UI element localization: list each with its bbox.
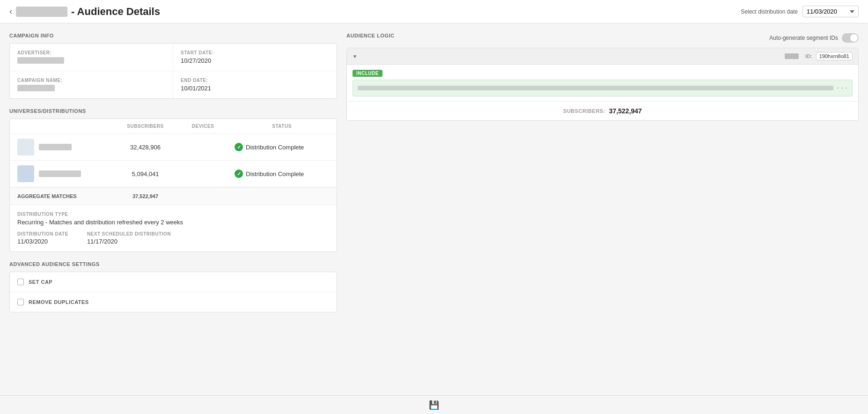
start-date-cell: START DATE: 10/27/2020 <box>173 44 337 71</box>
aggregate-devices <box>179 187 227 205</box>
table-row: 5,094,041 Distribution Complete <box>10 161 337 188</box>
end-date-value: 10/01/2021 <box>181 85 329 92</box>
devices-1 <box>179 134 227 161</box>
campaign-name-cell: CAMPAIGN NAME: <box>10 71 173 98</box>
id-value: 190hxrn8o81 <box>816 52 853 60</box>
aggregate-row: AGGREGATE MATCHES 37,522,947 <box>10 187 337 205</box>
logic-header-row: ▼ ID: 190hxrn8o81 <box>347 48 858 65</box>
include-section: INCLUDE · · · <box>347 65 858 102</box>
dist-date-value: 11/03/2020 <box>17 238 68 245</box>
universe-name-cell-1 <box>10 134 112 161</box>
universe-logo-2 <box>17 165 34 182</box>
universe-name-blur-2 <box>39 170 81 177</box>
page-title: - Audience Details <box>71 6 160 18</box>
campaign-info-title: CAMPAIGN INFO <box>9 33 337 38</box>
select-date-label: Select distribution date <box>741 8 798 15</box>
remove-duplicates-label: REMOVE DUPLICATES <box>29 299 89 305</box>
include-badge: INCLUDE <box>353 70 383 77</box>
status-label-2: Distribution Complete <box>246 170 304 177</box>
include-content-blur <box>358 86 833 90</box>
campaign-name-label: CAMPAIGN NAME: <box>17 78 165 83</box>
audience-name-blurred <box>16 7 67 17</box>
col-subscribers: SUBSCRIBERS <box>112 119 179 134</box>
start-date-label: START DATE: <box>181 50 329 55</box>
advertiser-value-blurred <box>17 57 64 64</box>
status-1: Distribution Complete <box>227 134 337 161</box>
col-status: STATUS <box>227 119 337 134</box>
aggregate-label: AGGREGATE MATCHES <box>10 187 112 205</box>
back-button[interactable]: ‹ <box>9 7 12 16</box>
dist-table: SUBSCRIBERS DEVICES STATUS 32,428 <box>10 119 337 205</box>
table-row: 32,428,906 Distribution Complete <box>10 134 337 161</box>
remove-duplicates-row: REMOVE DUPLICATES <box>10 292 337 312</box>
campaign-info-grid: ADVERTISER: START DATE: 10/27/2020 CAMPA… <box>10 44 337 98</box>
universe-name-blur-1 <box>39 144 72 150</box>
devices-2 <box>179 161 227 188</box>
toggle-container: Auto-generate segment IDs <box>769 33 859 43</box>
col-name <box>10 119 112 134</box>
next-scheduled-item: NEXT SCHEDULED DISTRIBUTION 11/17/2020 <box>87 231 171 245</box>
check-icon-2 <box>235 170 243 178</box>
dist-type-label: DISTRIBUTION TYPE <box>17 212 329 217</box>
distribution-footer: DISTRIBUTION TYPE Recurring - Matches an… <box>10 205 337 251</box>
set-cap-checkbox[interactable] <box>17 279 24 285</box>
subscribers-2: 5,094,041 <box>112 161 179 188</box>
status-label-1: Distribution Complete <box>246 144 304 151</box>
subscribers-row: SUBSCRIBERS: 37,522,947 <box>347 102 858 120</box>
dropdown-arrow-icon[interactable]: ▼ <box>353 54 357 59</box>
logic-name-blur <box>785 53 799 59</box>
more-dots-icon[interactable]: · · · <box>837 84 847 92</box>
aggregate-status <box>227 187 337 205</box>
advanced-settings-card: SET CAP REMOVE DUPLICATES <box>9 272 337 312</box>
col-devices: DEVICES <box>179 119 227 134</box>
audience-logic-card: ▼ ID: 190hxrn8o81 INCLUDE · · · SUBSCRIB… <box>346 48 859 121</box>
universes-card: SUBSCRIBERS DEVICES STATUS 32,428 <box>9 118 337 252</box>
advertiser-cell: ADVERTISER: <box>10 44 173 71</box>
include-content-row: · · · <box>353 80 853 96</box>
main-content: CAMPAIGN INFO ADVERTISER: START DATE: 10… <box>0 23 868 322</box>
right-panel: AUDIENCE LOGIC Auto-generate segment IDs… <box>337 33 859 312</box>
universe-logo-1 <box>17 139 34 155</box>
distribution-date-select[interactable]: 11/03/2020 <box>802 6 859 17</box>
auto-generate-label: Auto-generate segment IDs <box>769 35 838 41</box>
campaign-name-value-blurred <box>17 85 55 91</box>
universes-title: UNIVERSES/DISTRIBUTIONS <box>9 108 337 114</box>
advanced-settings-title: ADVANCED AUDIENCE SETTINGS <box>9 261 337 267</box>
dist-date-label: DISTRIBUTION DATE <box>17 231 68 237</box>
set-cap-label: SET CAP <box>29 279 52 285</box>
end-date-label: END DATE: <box>181 78 329 83</box>
audience-logic-title: AUDIENCE LOGIC <box>346 33 394 38</box>
left-panel: CAMPAIGN INFO ADVERTISER: START DATE: 10… <box>9 33 337 312</box>
dist-dates: DISTRIBUTION DATE 11/03/2020 NEXT SCHEDU… <box>17 231 329 245</box>
end-date-cell: END DATE: 10/01/2021 <box>173 71 337 98</box>
start-date-value: 10/27/2020 <box>181 57 329 64</box>
header-right: Select distribution date 11/03/2020 <box>741 6 859 17</box>
id-label: ID: <box>805 53 812 59</box>
auto-generate-toggle[interactable] <box>842 33 859 43</box>
dist-type-value: Recurring - Matches and distribution ref… <box>17 219 329 226</box>
advertiser-label: ADVERTISER: <box>17 50 165 55</box>
remove-duplicates-checkbox[interactable] <box>17 299 24 305</box>
next-scheduled-value: 11/17/2020 <box>87 238 171 245</box>
campaign-info-card: ADVERTISER: START DATE: 10/27/2020 CAMPA… <box>9 43 337 99</box>
dist-date-item: DISTRIBUTION DATE 11/03/2020 <box>17 231 68 245</box>
header-left: ‹ - Audience Details <box>9 6 160 18</box>
aggregate-value: 37,522,947 <box>112 187 179 205</box>
set-cap-row: SET CAP <box>10 272 337 292</box>
subscribers-1: 32,428,906 <box>112 134 179 161</box>
dist-table-header: SUBSCRIBERS DEVICES STATUS <box>10 119 337 134</box>
top-bar: ‹ - Audience Details Select distribution… <box>0 0 868 23</box>
subscribers-label: SUBSCRIBERS: <box>563 108 605 114</box>
next-scheduled-label: NEXT SCHEDULED DISTRIBUTION <box>87 231 171 237</box>
universe-name-cell-2 <box>10 161 112 188</box>
check-icon-1 <box>235 143 243 151</box>
status-2: Distribution Complete <box>227 161 337 188</box>
audience-logic-header: AUDIENCE LOGIC Auto-generate segment IDs <box>346 33 859 43</box>
subscribers-value: 37,522,947 <box>609 107 642 115</box>
